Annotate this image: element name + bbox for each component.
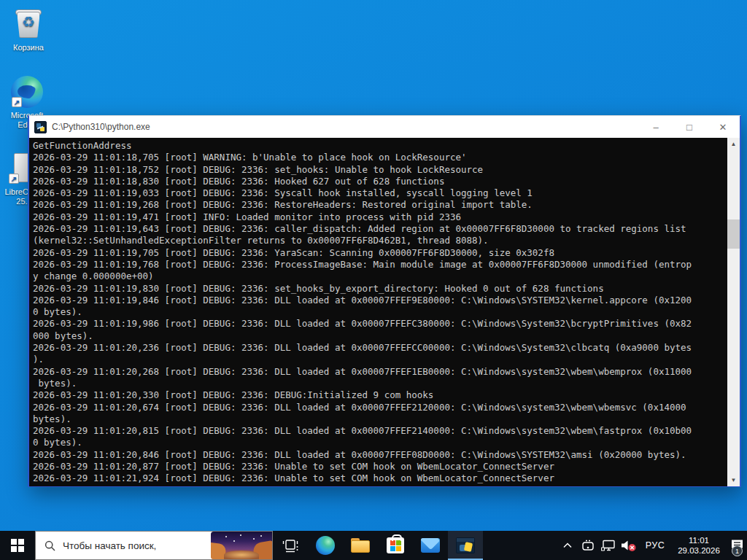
chevron-up-icon bbox=[563, 542, 572, 548]
scroll-up-icon[interactable]: ▲ bbox=[727, 138, 740, 150]
window-title: C:\Python310\python.exe bbox=[52, 122, 639, 132]
console-line: y change 0.000000e+00) bbox=[33, 271, 724, 282]
window-titlebar[interactable]: C:\Python310\python.exe – □ ✕ bbox=[29, 116, 740, 138]
edge-icon: ↗ bbox=[10, 75, 44, 109]
language-indicator[interactable]: РУС bbox=[639, 531, 671, 560]
taskbar-search[interactable] bbox=[35, 531, 273, 560]
volume-muted-icon bbox=[621, 539, 637, 552]
console-line: 2026-03-29 11:01:21,924 [root] DEBUG: 23… bbox=[33, 472, 724, 484]
clock-date: 29.03.2026 bbox=[678, 545, 720, 556]
action-center-button[interactable]: 1 bbox=[727, 531, 747, 560]
mail-button[interactable] bbox=[413, 531, 448, 560]
scrollbar[interactable]: ▲ ▼ bbox=[727, 138, 740, 486]
console-line: 2026-03-29 11:01:20,268 [root] DEBUG: 23… bbox=[33, 366, 724, 378]
close-button[interactable]: ✕ bbox=[706, 116, 740, 138]
network-ethernet-icon bbox=[601, 540, 616, 552]
console-line: 2026-03-29 11:01:19,846 [root] DEBUG: 23… bbox=[33, 295, 724, 306]
console-line: bytes). bbox=[33, 413, 724, 425]
minimize-button[interactable]: – bbox=[639, 116, 673, 138]
console-line: 2026-03-29 11:01:19,705 [root] DEBUG: 23… bbox=[33, 247, 724, 259]
console-line: ). bbox=[33, 354, 724, 365]
edge-taskbar-button[interactable] bbox=[308, 531, 343, 560]
volume-button[interactable] bbox=[619, 531, 639, 560]
mail-icon bbox=[421, 538, 440, 553]
console-line: 2026-03-29 11:01:19,768 [root] DEBUG: 23… bbox=[33, 259, 724, 271]
notification-badge: 1 bbox=[732, 545, 743, 556]
scroll-down-icon[interactable]: ▼ bbox=[727, 474, 740, 486]
console-line: 000 bytes). bbox=[33, 330, 724, 342]
python-console-taskbar-button[interactable] bbox=[448, 531, 483, 560]
console-line: 2026-03-29 11:01:20,877 [root] DEBUG: 23… bbox=[33, 461, 724, 472]
console-line: 2026-03-29 11:01:20,236 [root] DEBUG: 23… bbox=[33, 342, 724, 354]
desktop-icon-label: Корзина bbox=[13, 43, 44, 52]
search-input[interactable] bbox=[63, 540, 211, 551]
task-view-button[interactable] bbox=[273, 531, 308, 560]
console-line: 2026-03-29 11:01:20,674 [root] DEBUG: 23… bbox=[33, 402, 724, 413]
tray-chevron-button[interactable] bbox=[557, 531, 578, 560]
maximize-button[interactable]: □ bbox=[673, 116, 706, 138]
console-line: 2026-03-29 11:01:19,643 [root] DEBUG: 23… bbox=[33, 223, 724, 235]
console-line: 2026-03-29 11:01:19,268 [root] DEBUG: 23… bbox=[33, 199, 724, 211]
taskbar-apps bbox=[273, 531, 483, 560]
scrollbar-thumb[interactable] bbox=[727, 219, 740, 249]
store-icon bbox=[387, 537, 404, 553]
console-line: GetFunctionAddress bbox=[33, 140, 724, 152]
desktop: ♻ Корзина ↗ Microsoft Edge ↗ LibreOffice… bbox=[0, 0, 747, 560]
tray-status-button[interactable] bbox=[578, 531, 598, 560]
console-line: 0 bytes). bbox=[33, 306, 724, 318]
file-explorer-button[interactable] bbox=[343, 531, 378, 560]
console-line: 2026-03-29 11:01:18,830 [root] DEBUG: 23… bbox=[33, 176, 724, 187]
console-line: 0 bytes). bbox=[33, 437, 724, 448]
desktop-icon-recycle-bin[interactable]: ♻ Корзина bbox=[0, 7, 57, 52]
recycle-bin-icon: ♻ bbox=[12, 7, 45, 41]
microsoft-store-button[interactable] bbox=[378, 531, 413, 560]
task-view-icon bbox=[282, 538, 298, 553]
python-console-icon bbox=[34, 121, 47, 133]
console-output[interactable]: GetFunctionAddress 2026-03-29 11:01:18,7… bbox=[29, 138, 740, 486]
shortcut-arrow-icon: ↗ bbox=[9, 174, 19, 184]
taskbar: РУС 11:01 29.03.2026 1 bbox=[0, 531, 747, 560]
python-console-icon bbox=[456, 537, 475, 553]
console-window: C:\Python310\python.exe – □ ✕ GetFunctio… bbox=[28, 115, 741, 487]
console-line: 2026-03-29 11:01:20,815 [root] DEBUG: 23… bbox=[33, 425, 724, 437]
console-line: 2026-03-29 11:01:20,330 [root] DEBUG: 23… bbox=[33, 389, 724, 401]
scrollbar-track[interactable] bbox=[727, 150, 740, 474]
search-icon bbox=[44, 540, 55, 551]
network-button[interactable] bbox=[598, 531, 619, 560]
console-line: 2026-03-29 11:01:20,846 [root] DEBUG: 23… bbox=[33, 449, 724, 461]
console-line: 2026-03-29 11:01:19,033 [root] DEBUG: 23… bbox=[33, 187, 724, 199]
start-button[interactable] bbox=[0, 531, 35, 560]
console-line: 2026-03-29 11:01:19,471 [root] INFO: Loa… bbox=[33, 211, 724, 223]
console-line: (kernel32::SetUnhandledExceptionFilter r… bbox=[33, 235, 724, 246]
edge-icon bbox=[316, 536, 335, 555]
clock-time: 11:01 bbox=[689, 535, 709, 545]
console-line: 2026-03-29 11:01:18,752 [root] DEBUG: 23… bbox=[33, 164, 724, 176]
windows-logo-icon bbox=[11, 539, 24, 552]
clock[interactable]: 11:01 29.03.2026 bbox=[671, 531, 727, 560]
folder-icon bbox=[351, 538, 370, 553]
search-highlight-image[interactable] bbox=[211, 532, 272, 559]
shortcut-arrow-icon: ↗ bbox=[12, 97, 22, 107]
console-line: 2026-03-29 11:01:19,986 [root] DEBUG: 23… bbox=[33, 318, 724, 330]
system-tray: РУС 11:01 29.03.2026 1 bbox=[557, 531, 747, 560]
console-line: 2026-03-29 11:01:18,705 [root] WARNING: … bbox=[33, 152, 724, 163]
console-line: 2026-03-29 11:01:19,830 [root] DEBUG: 23… bbox=[33, 283, 724, 295]
console-line: bytes). bbox=[33, 378, 724, 389]
tray-status-icon bbox=[581, 540, 595, 551]
